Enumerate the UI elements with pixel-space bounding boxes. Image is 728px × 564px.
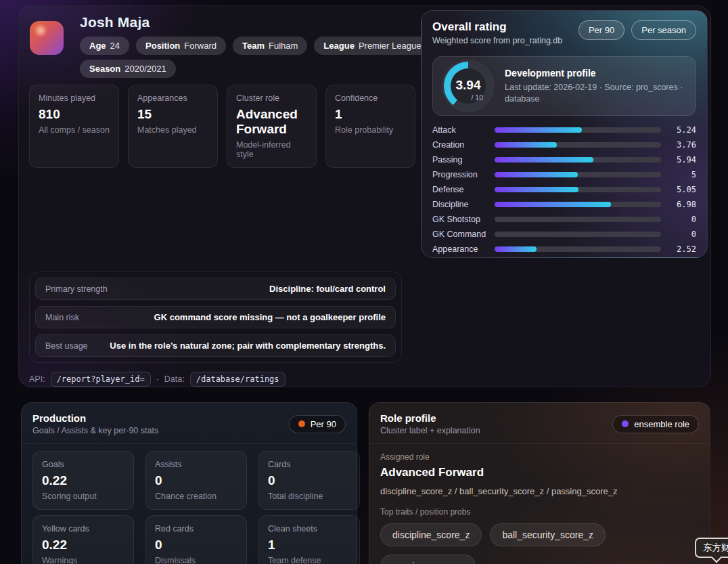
rating-label: Defense	[432, 185, 495, 194]
api-separator: ·	[156, 374, 159, 384]
summary-card: Appearances15Matches played	[128, 85, 218, 168]
insights-box: Primary strengthDiscipline: foul/card co…	[29, 272, 402, 363]
player-badge: PositionForward	[136, 37, 226, 55]
rating-row: Discipline6.98	[432, 200, 696, 209]
card-label: Cluster role	[236, 93, 307, 103]
rating-bars: Attack5.24Creation3.76Passing5.94Progres…	[432, 125, 696, 254]
rating-bar-track	[495, 232, 661, 237]
production-panel: Production Goals / Assists & key per-90 …	[21, 402, 357, 564]
rating-label: Attack	[432, 125, 495, 135]
card-value: 810	[39, 107, 110, 122]
production-card: Cards0Total discipline	[258, 451, 360, 510]
card-value: Advanced Forward	[236, 107, 307, 137]
rating-bar-track	[495, 172, 661, 177]
card-sub: Model-inferred style	[236, 140, 307, 159]
data-label: Data:	[164, 374, 185, 384]
api-label: API:	[29, 374, 45, 384]
insight-label: Main risk	[45, 313, 79, 322]
rating-label: Creation	[432, 140, 495, 150]
rating-bar-fill	[495, 157, 593, 162]
rating-value: 6.98	[661, 200, 696, 209]
card-sub: Warnings	[42, 556, 124, 564]
insight-row: Main riskGK command score missing — not …	[35, 306, 396, 328]
production-card: Assists0Chance creation	[145, 451, 247, 510]
player-badge: TeamFulham	[233, 37, 307, 55]
rating-row: Attack5.24	[432, 125, 696, 135]
rating-label: Passing	[432, 155, 495, 165]
ensemble-role-label: ensemble role	[634, 419, 689, 429]
card-value: 1	[268, 538, 350, 552]
rating-row: Defense5.05	[432, 185, 696, 194]
overall-rating-panel: Overall rating Weighted score from pro_r…	[421, 10, 708, 258]
insight-value: Discipline: foul/card control	[269, 284, 386, 294]
badge-value: Forward	[184, 41, 217, 51]
data-endpoint-chip: /database/ratings	[190, 372, 286, 387]
rating-denominator: / 10	[471, 93, 483, 102]
rating-bar-fill	[495, 172, 578, 177]
rating-value: 5.24	[661, 125, 696, 135]
rating-value: 5.05	[661, 185, 696, 194]
rating-row: GK Command0	[432, 230, 696, 239]
role-profile-panel: Role profile Cluster label + explanation…	[369, 402, 710, 564]
rating-bar-track	[495, 202, 661, 207]
rating-row: Progression5	[432, 170, 696, 179]
production-card: Red cards0Dismissals	[145, 515, 247, 564]
card-label: Goals	[42, 460, 124, 469]
tooltip-tail-icon	[711, 552, 723, 563]
rating-bar-fill	[495, 142, 557, 148]
badge-value: 2020/2021	[124, 64, 166, 74]
per-90-dot-icon	[298, 420, 305, 427]
card-label: Cards	[268, 460, 350, 469]
overall-rating-title: Overall rating	[432, 20, 562, 34]
trait-chip: ball_security_score_z	[490, 523, 606, 546]
badge-label: Season	[89, 64, 120, 74]
development-profile-meta: Last update: 2026-02-19 · Source: pro_sc…	[505, 82, 685, 105]
rating-value: 3.76	[661, 140, 696, 150]
rating-bar-fill	[495, 187, 578, 192]
card-sub: Total discipline	[268, 492, 350, 501]
card-value: 0.22	[42, 473, 124, 488]
card-sub: Matches played	[137, 125, 208, 135]
card-value: 0	[155, 538, 237, 552]
card-sub: All comps / season	[39, 125, 110, 135]
rating-value: 5	[661, 170, 696, 179]
card-sub: Chance creation	[155, 492, 237, 501]
assigned-role-value: Advanced Forward	[380, 466, 699, 479]
rating-bar-track	[495, 127, 661, 133]
per-90-button[interactable]: Per 90	[578, 20, 624, 40]
card-value: 0	[268, 473, 350, 488]
card-label: Assists	[155, 460, 237, 469]
rating-toggle-group: Per 90 Per season	[578, 20, 696, 40]
api-endpoint-chip: /report?player_id=	[51, 372, 151, 387]
rating-bar-track	[495, 246, 661, 252]
overlay-tooltip: 东方财	[695, 538, 728, 558]
badge-label: Position	[145, 41, 180, 51]
production-card: Yellow cards0.22Warnings	[32, 515, 134, 564]
role-profile-title: Role profile	[380, 412, 480, 424]
per-season-button[interactable]: Per season	[631, 20, 696, 40]
insight-row: Best usageUse in the role’s natural zone…	[35, 334, 396, 357]
badge-label: Age	[89, 41, 106, 51]
rating-bar-track	[495, 217, 661, 222]
tooltip-text: 东方财	[703, 542, 728, 552]
rating-bar-fill	[495, 246, 537, 252]
production-per-90-pill[interactable]: Per 90	[289, 415, 346, 433]
rating-row: GK Shotstop0	[432, 215, 696, 224]
overall-rating-subtitle: Weighted score from pro_rating.db	[432, 36, 562, 45]
production-title: Production	[32, 412, 158, 424]
rating-value: 0	[661, 230, 696, 239]
insight-value: Use in the role’s natural zone; pair wit…	[110, 341, 386, 351]
rating-row: Passing5.94	[432, 155, 696, 165]
trait-chip: discipline_score_z	[380, 523, 482, 546]
production-cards: Goals0.22Scoring outputAssists0Chance cr…	[22, 444, 357, 564]
ensemble-role-pill: ensemble role	[612, 415, 699, 433]
rating-bar-track	[495, 157, 661, 162]
rating-row: Appearance2.52	[432, 244, 696, 254]
role-profile-subtitle: Cluster label + explanation	[380, 426, 480, 435]
rating-label: Progression	[432, 170, 495, 179]
trait-chip: passing_score_z	[380, 555, 476, 564]
development-profile-box: 3.94 / 10 Development profile Last updat…	[432, 56, 696, 116]
development-profile-title: Development profile	[505, 68, 685, 79]
per-90-pill-label: Per 90	[311, 419, 336, 429]
badge-value: Premier League	[359, 41, 422, 51]
